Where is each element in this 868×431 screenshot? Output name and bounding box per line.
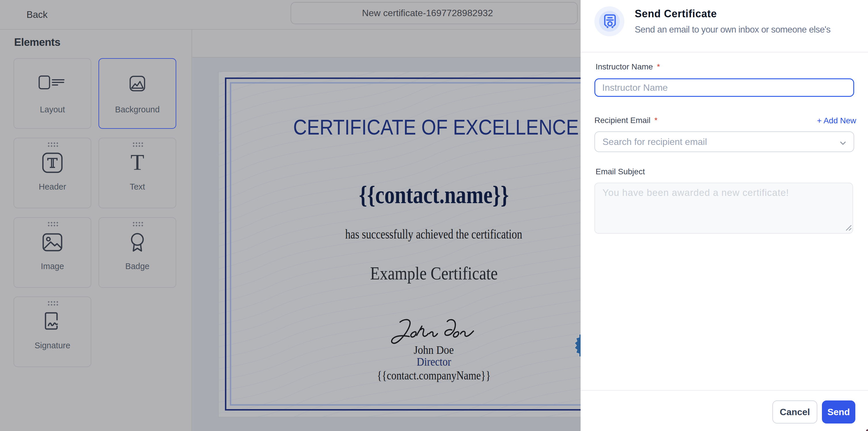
- svg-text:T: T: [130, 152, 144, 173]
